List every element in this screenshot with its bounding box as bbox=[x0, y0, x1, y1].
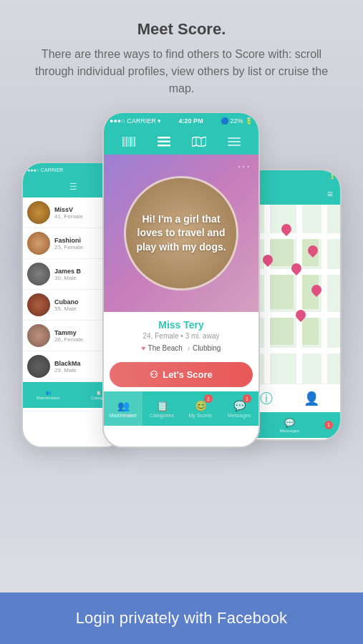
center-battery: 🔵 22% 🔋 bbox=[221, 117, 253, 125]
heart-icon: ♥ bbox=[142, 344, 146, 352]
matchmaker-icon: 👥 bbox=[46, 390, 51, 395]
matchmaker-label: Matchmaker bbox=[110, 413, 137, 418]
facebook-login-text: Login privately with Facebook bbox=[76, 609, 288, 628]
profile-tags: ♥ The Beach ♪ Clubbing bbox=[112, 344, 250, 352]
profile-bio-text: Hi! I'm a girl that loves to travel and … bbox=[126, 205, 236, 262]
map-block bbox=[270, 318, 294, 345]
map-pin bbox=[307, 244, 319, 258]
svg-rect-7 bbox=[158, 137, 170, 139]
svg-rect-14 bbox=[228, 141, 241, 142]
svg-rect-0 bbox=[122, 137, 124, 147]
top-section: Meet Score. There are three ways to find… bbox=[0, 0, 363, 104]
score-button-label: Let's Score bbox=[163, 369, 213, 380]
center-nav-bar bbox=[104, 129, 258, 155]
svg-rect-1 bbox=[125, 137, 125, 147]
svg-rect-9 bbox=[158, 145, 170, 147]
messages-badge: 1 bbox=[243, 394, 251, 403]
beach-label: The Beach bbox=[148, 344, 183, 352]
center-bottom-nav: 👥 Matchmaker 📋 Categories 2 😊 My Scores … bbox=[104, 391, 258, 426]
bottom-matchmaker[interactable]: 👥 Matchmaker bbox=[104, 391, 142, 426]
categories-icon: 📋 bbox=[156, 400, 168, 411]
menu-icon[interactable] bbox=[226, 134, 242, 150]
avatar bbox=[27, 355, 50, 378]
bottom-categories[interactable]: 📋 Categories bbox=[142, 391, 181, 426]
matchmaker-label: Matchmaker bbox=[37, 396, 60, 400]
list-icon[interactable] bbox=[156, 134, 172, 150]
left-list-icon: ☰ bbox=[69, 182, 77, 192]
main-description: There are three ways to find others to S… bbox=[29, 46, 334, 97]
right-messages-icon: 💬 bbox=[284, 418, 295, 428]
svg-rect-13 bbox=[228, 137, 241, 139]
tag-beach: ♥ The Beach bbox=[142, 344, 183, 352]
svg-rect-2 bbox=[126, 137, 127, 147]
lets-score-button[interactable]: ⚇ Let's Score bbox=[110, 362, 253, 387]
svg-rect-8 bbox=[158, 141, 170, 143]
facebook-login-bar[interactable]: Login privately with Facebook bbox=[0, 592, 363, 644]
bottom-my-scores[interactable]: 2 😊 My Scores bbox=[181, 391, 220, 426]
avatar bbox=[27, 263, 50, 286]
tag-clubbing: ♪ Clubbing bbox=[187, 344, 221, 352]
map-icon[interactable] bbox=[191, 134, 207, 150]
map-pin bbox=[295, 308, 306, 323]
svg-rect-4 bbox=[130, 137, 132, 147]
svg-rect-3 bbox=[128, 137, 129, 147]
categories-label: Categories bbox=[150, 413, 174, 418]
profile-name: Miss Tery bbox=[112, 319, 250, 331]
map-block bbox=[270, 275, 294, 309]
svg-rect-6 bbox=[134, 137, 135, 147]
score-icon: ⚇ bbox=[150, 369, 158, 380]
music-icon: ♪ bbox=[187, 344, 190, 352]
road bbox=[296, 205, 302, 384]
map-pin bbox=[281, 223, 292, 237]
right-messages-badge: 1 bbox=[324, 421, 333, 429]
map-pin bbox=[311, 283, 322, 298]
road bbox=[321, 205, 327, 384]
people-icon[interactable]: 👤 bbox=[304, 391, 319, 406]
profile-details: 24, Female • 3 mi. away bbox=[112, 332, 250, 340]
scores-badge: 2 bbox=[204, 394, 213, 403]
info-icon[interactable]: ⓘ bbox=[260, 390, 273, 407]
my-scores-label: My Scores bbox=[188, 413, 212, 418]
left-bottom-matchmaker[interactable]: 👥 Matchmaker bbox=[23, 390, 74, 400]
center-time: 4:20 PM bbox=[179, 117, 203, 125]
svg-marker-10 bbox=[192, 137, 206, 147]
right-menu-icon[interactable]: ≡ bbox=[327, 188, 333, 200]
messages-label: Messages bbox=[228, 413, 251, 418]
avatar bbox=[27, 293, 50, 316]
center-carrier: ●●●○ CARRIER ▾ bbox=[110, 117, 161, 125]
avatar bbox=[27, 232, 50, 255]
clubbing-label: Clubbing bbox=[193, 344, 221, 352]
center-status-bar: ●●●○ CARRIER ▾ 4:20 PM 🔵 22% 🔋 bbox=[104, 113, 258, 129]
profile-info-section: Miss Tery 24, Female • 3 mi. away ♥ The … bbox=[104, 312, 258, 362]
more-options-icon[interactable]: ··· bbox=[238, 160, 251, 173]
matchmaker-icon: 👥 bbox=[117, 400, 130, 411]
phones-container: ●●●○ CARRIER ⬡ 22% ☰ MissV 41, Female Fa… bbox=[0, 112, 363, 484]
svg-rect-5 bbox=[132, 137, 133, 147]
svg-rect-15 bbox=[228, 145, 241, 146]
avatar bbox=[27, 324, 50, 347]
right-battery: 🔋 bbox=[329, 174, 336, 180]
profile-photo-circle: Hi! I'm a girl that loves to travel and … bbox=[124, 176, 238, 291]
map-pin bbox=[262, 253, 274, 268]
main-title: Meet Score. bbox=[29, 20, 334, 39]
bottom-messages[interactable]: 1 💬 Messages bbox=[220, 391, 258, 426]
barcode-icon bbox=[121, 134, 137, 150]
map-pin bbox=[291, 262, 302, 276]
left-carrier: ●●●○ CARRIER bbox=[27, 167, 63, 172]
right-messages-label: Messages bbox=[280, 429, 299, 433]
profile-background: ··· Hi! I'm a girl that loves to travel … bbox=[104, 155, 258, 312]
center-phone: ●●●○ CARRIER ▾ 4:20 PM 🔵 22% 🔋 bbox=[102, 112, 260, 448]
road bbox=[264, 205, 270, 384]
avatar bbox=[27, 201, 50, 224]
categories-icon: 📋 bbox=[96, 390, 101, 395]
